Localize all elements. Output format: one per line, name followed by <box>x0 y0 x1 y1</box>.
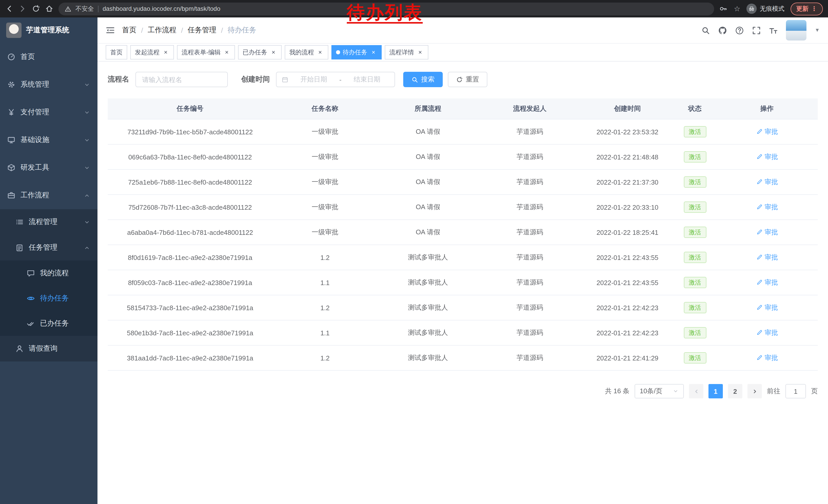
sidebar-item-payment[interactable]: 支付管理 <box>0 98 97 126</box>
tab-close-icon[interactable]: × <box>270 49 277 56</box>
breadcrumb-item[interactable]: 首页 <box>122 26 136 35</box>
cell-process: OA 请假 <box>378 194 479 220</box>
process-name-input[interactable] <box>135 72 228 87</box>
col-status: 状态 <box>673 98 716 119</box>
cell-starter: 芋道源码 <box>479 345 581 370</box>
edit-icon <box>756 153 762 160</box>
browser-home-icon[interactable] <box>45 5 53 13</box>
tab-0[interactable]: 首页 <box>106 45 127 59</box>
page-size-select[interactable]: 10条/页 <box>634 384 684 398</box>
tab-close-icon[interactable]: × <box>162 49 169 56</box>
logo-image <box>6 22 22 38</box>
sidebar-item-workflow[interactable]: 工作流程 <box>0 182 97 209</box>
approve-link[interactable]: 审批 <box>756 253 778 262</box>
cell-starter: 芋道源码 <box>479 119 581 144</box>
user-avatar[interactable] <box>786 20 806 41</box>
col-task-id: 任务编号 <box>108 98 273 119</box>
key-icon[interactable] <box>719 5 728 13</box>
app-logo[interactable]: 芋道管理系统 <box>0 17 97 43</box>
cell-process: 测试多审批人 <box>378 295 479 320</box>
github-icon[interactable] <box>718 26 727 35</box>
col-process: 所属流程 <box>378 98 479 119</box>
cell-actions: 审批 <box>716 345 818 370</box>
page-button-1[interactable]: 1 <box>708 384 723 398</box>
search-icon[interactable] <box>701 26 710 35</box>
tab-label: 首页 <box>110 48 123 57</box>
chevron-up-icon <box>84 244 90 251</box>
tab-6[interactable]: 流程详情× <box>385 45 428 59</box>
more-menu-icon[interactable]: ⋮ <box>811 5 817 12</box>
date-range-picker[interactable]: 开始日期 - 结束日期 <box>276 72 395 87</box>
user-icon <box>15 345 24 353</box>
sidebar-item-process-mgmt[interactable]: 流程管理 <box>0 209 97 235</box>
tab-close-icon[interactable]: × <box>417 49 424 56</box>
sidebar-item-devtools[interactable]: 研发工具 <box>0 154 97 182</box>
tab-close-icon[interactable]: × <box>317 49 324 56</box>
sidebar-item-system[interactable]: 系统管理 <box>0 71 97 98</box>
cell-task-name: 1.2 <box>273 245 378 270</box>
status-badge: 激活 <box>684 302 706 313</box>
tab-5[interactable]: 待办任务× <box>331 45 382 59</box>
approve-link[interactable]: 审批 <box>756 177 778 187</box>
sidebar-item-todo-tasks[interactable]: 待办任务 <box>0 286 97 311</box>
browser-back-icon[interactable] <box>5 5 13 13</box>
update-label: 更新 <box>796 4 809 13</box>
page-button-2[interactable]: 2 <box>728 384 742 398</box>
sidebar-item-task-mgmt[interactable]: 任务管理 <box>0 235 97 261</box>
reset-button[interactable]: 重置 <box>448 72 487 87</box>
help-icon[interactable] <box>735 26 744 35</box>
approve-link[interactable]: 审批 <box>756 303 778 312</box>
tab-1[interactable]: 发起流程× <box>130 45 174 59</box>
cell-task-id: 8f059c03-7ac8-11ec-a9e2-a2380e71991a <box>108 270 273 295</box>
table-row: a6aba0a4-7b6d-11ec-b781-acde48001122 一级审… <box>108 220 818 245</box>
tab-2[interactable]: 流程表单-编辑× <box>177 45 235 59</box>
prev-page-button[interactable] <box>689 384 703 398</box>
next-page-button[interactable] <box>747 384 762 398</box>
toolbox-icon <box>7 164 15 172</box>
process-name-label: 流程名 <box>108 75 129 84</box>
cell-task-name: 一级审批 <box>273 194 378 220</box>
tab-close-icon[interactable]: × <box>223 49 230 56</box>
update-button[interactable]: 更新 ⋮ <box>791 2 823 15</box>
sidebar-item-done-tasks[interactable]: 已办任务 <box>0 311 97 336</box>
approve-link[interactable]: 审批 <box>756 278 778 287</box>
breadcrumb-item[interactable]: 任务管理 <box>188 26 216 35</box>
tab-4[interactable]: 我的流程× <box>285 45 328 59</box>
edit-icon <box>756 254 762 261</box>
search-button[interactable]: 搜索 <box>403 72 443 87</box>
sidebar-item-home[interactable]: 首页 <box>0 43 97 71</box>
cell-process: OA 请假 <box>378 220 479 245</box>
fullscreen-icon[interactable] <box>752 26 761 35</box>
sidebar-item-my-process[interactable]: 我的流程 <box>0 261 97 286</box>
workflow-submenu: 流程管理 任务管理 我的流程 <box>0 209 97 362</box>
cell-status: 激活 <box>673 194 716 220</box>
filter-form: 流程名 创建时间 开始日期 - 结束日期 搜索 重 <box>108 72 818 87</box>
chevron-down-icon <box>84 109 90 116</box>
goto-page-input[interactable] <box>785 384 806 398</box>
cell-status: 激活 <box>673 245 716 270</box>
approve-link[interactable]: 审批 <box>756 152 778 162</box>
approve-link[interactable]: 审批 <box>756 127 778 136</box>
browser-refresh-icon[interactable] <box>32 5 40 13</box>
cell-status: 激活 <box>673 119 716 144</box>
cell-created: 2022-01-21 22:42:23 <box>581 295 673 320</box>
star-icon[interactable]: ☆ <box>734 5 740 12</box>
chevron-down-icon <box>84 81 90 88</box>
cell-created: 2022-01-21 22:41:29 <box>581 345 673 370</box>
tab-3[interactable]: 已办任务× <box>238 45 282 59</box>
sidebar-collapse-icon[interactable] <box>106 26 115 34</box>
font-size-icon[interactable] <box>769 26 778 35</box>
approve-link[interactable]: 审批 <box>756 328 778 337</box>
cell-starter: 芋道源码 <box>479 144 581 170</box>
approve-link[interactable]: 审批 <box>756 202 778 212</box>
sidebar-item-infra[interactable]: 基础设施 <box>0 126 97 154</box>
tab-close-icon[interactable]: × <box>370 49 377 56</box>
browser-forward-icon[interactable] <box>18 5 27 13</box>
cell-task-id: 381aa1dd-7ac8-11ec-a9e2-a2380e71991a <box>108 345 273 370</box>
approve-link[interactable]: 审批 <box>756 353 778 363</box>
dropdown-caret-icon[interactable]: ▼ <box>815 28 820 33</box>
breadcrumb-item[interactable]: 工作流程 <box>148 26 176 35</box>
approve-link[interactable]: 审批 <box>756 228 778 237</box>
tasks-table: 任务编号 任务名称 所属流程 流程发起人 创建时间 状态 操作 73211d9d… <box>108 98 818 371</box>
sidebar-item-leave-query[interactable]: 请假查询 <box>0 336 97 362</box>
